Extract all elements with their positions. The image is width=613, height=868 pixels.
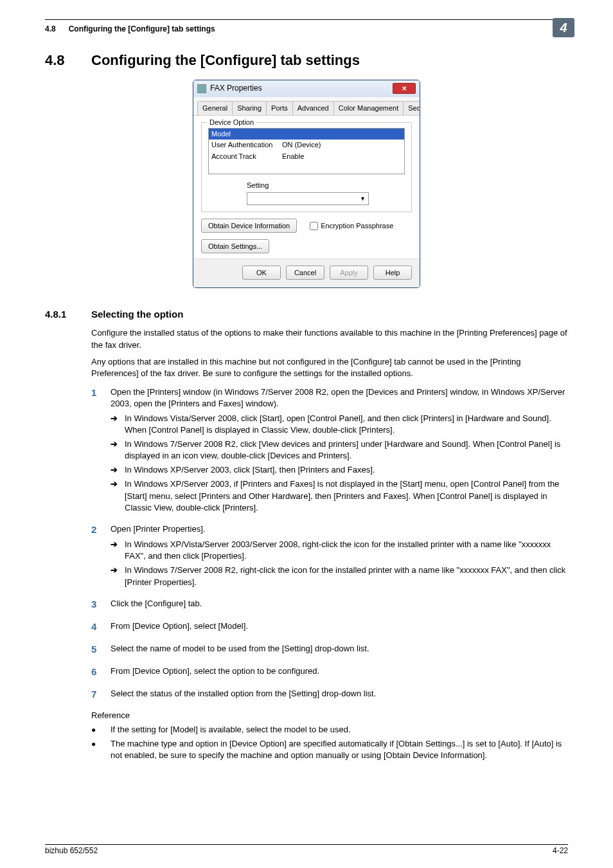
option-val: ON (Device) (282, 140, 321, 150)
option-key: User Authentication (211, 140, 282, 150)
section-heading-text: Configuring the [Configure] tab settings (91, 51, 360, 71)
arrow-icon: ➔ (111, 565, 125, 588)
subsection-num: 4.8.1 (45, 307, 91, 321)
step-number: 6 (91, 665, 111, 678)
tab-strip: General Sharing Ports Advanced Color Man… (193, 97, 420, 116)
running-head: 4.8 Configuring the [Configure] tab sett… (45, 24, 568, 35)
chapter-corner-tab: 4 (553, 18, 574, 37)
option-val: Enable (282, 152, 304, 161)
device-option-group: Device Option Model User Authentication … (201, 122, 412, 212)
footer-right: 4-22 (553, 845, 568, 856)
step-number: 1 (91, 386, 111, 399)
dialog-titlebar: FAX Properties ✕ (193, 80, 420, 97)
encryption-passphrase-checkbox[interactable]: Encryption Passphrase (310, 221, 393, 231)
footer-left: bizhub 652/552 (45, 845, 98, 856)
encryption-passphrase-label: Encryption Passphrase (321, 221, 393, 231)
section-heading-num: 4.8 (45, 51, 91, 71)
running-head-title: Configuring the [Configure] tab settings (69, 24, 568, 35)
sub-step-text: In Windows XP/Vista/Server 2003/Server 2… (125, 539, 568, 562)
sub-step-text: In Windows XP/Server 2003, if [Printers … (125, 478, 568, 514)
step-number: 7 (91, 687, 111, 701)
tab-color[interactable]: Color Management (333, 101, 404, 115)
option-key: Model (211, 129, 282, 139)
printer-icon (197, 84, 206, 93)
bullet-icon: ● (91, 724, 111, 736)
step-text: Select the status of the installed optio… (111, 687, 376, 700)
step-text: Open [Printer Properties]. (111, 523, 205, 535)
ok-button[interactable]: OK (242, 266, 281, 280)
arrow-icon: ➔ (111, 413, 125, 436)
paragraph: Configure the installed status of the op… (91, 327, 568, 350)
subsection-title: Selecting the option (91, 307, 183, 321)
list-item[interactable]: Model (209, 129, 404, 140)
close-button[interactable]: ✕ (393, 83, 416, 94)
chevron-down-icon: ▼ (360, 195, 366, 203)
footer-rule (45, 844, 568, 845)
close-icon: ✕ (402, 84, 407, 93)
header-rule (45, 19, 568, 20)
option-key: Account Track (211, 152, 282, 161)
cancel-button[interactable]: Cancel (286, 266, 324, 280)
help-button[interactable]: Help (373, 266, 412, 280)
reference-item: If the setting for [Model] is available,… (111, 724, 351, 736)
list-item[interactable]: Account Track Enable (209, 151, 404, 162)
reference-list: ●If the setting for [Model] is available… (91, 724, 568, 762)
running-head-num: 4.8 (45, 24, 56, 35)
tab-advanced[interactable]: Advanced (292, 101, 334, 115)
sub-step-text: In Windows 7/Server 2008 R2, click [View… (125, 439, 568, 462)
page-footer: bizhub 652/552 4-22 (45, 845, 568, 856)
reference-item: The machine type and option in [Device O… (111, 738, 568, 761)
setting-dropdown[interactable]: ▼ (247, 192, 369, 205)
list-item[interactable]: User Authentication ON (Device) (209, 140, 404, 150)
step-text: Select the name of model to be used from… (111, 642, 369, 655)
encryption-passphrase-input[interactable] (310, 222, 318, 230)
section-heading: 4.8 Configuring the [Configure] tab sett… (45, 51, 568, 71)
arrow-icon: ➔ (111, 478, 125, 514)
step-text: Click the [Configure] tab. (111, 597, 202, 610)
sub-step-text: In Windows XP/Server 2003, click [Start]… (125, 464, 375, 476)
bullet-icon: ● (91, 738, 111, 761)
steps-list: 1 Open the [Printers] window (in Windows… (91, 386, 568, 701)
subsection-heading: 4.8.1 Selecting the option (45, 307, 568, 321)
apply-button[interactable]: Apply (330, 266, 368, 280)
setting-label: Setting (247, 181, 405, 190)
step-text: From [Device Option], select the option … (111, 665, 319, 677)
chapter-number: 4 (560, 19, 567, 37)
arrow-icon: ➔ (111, 539, 125, 562)
step-text: Open the [Printers] window (in Windows 7… (111, 386, 568, 410)
reference-label: Reference (91, 710, 568, 721)
device-option-legend: Device Option (207, 118, 256, 127)
paragraph: Any options that are installed in this m… (91, 356, 568, 379)
step-number: 5 (91, 642, 111, 656)
step-number: 2 (91, 523, 111, 536)
step-text: From [Device Option], select [Model]. (111, 620, 248, 632)
dialog-actions: OK Cancel Apply Help (193, 258, 420, 287)
sub-step-text: In Windows Vista/Server 2008, click [Sta… (125, 413, 551, 436)
dialog-title: FAX Properties (210, 83, 389, 94)
obtain-settings-button[interactable]: Obtain Settings... (201, 239, 269, 253)
obtain-device-info-button[interactable]: Obtain Device Information (201, 219, 297, 233)
step-number: 4 (91, 620, 111, 633)
dialog-screenshot: FAX Properties ✕ General Sharing Ports A… (193, 80, 420, 289)
device-option-list[interactable]: Model User Authentication ON (Device) Ac… (208, 128, 405, 174)
arrow-icon: ➔ (111, 464, 125, 476)
step-number: 3 (91, 597, 111, 611)
tab-ports[interactable]: Ports (266, 101, 293, 115)
tab-general[interactable]: General (197, 101, 233, 115)
tab-security[interactable]: Security (403, 101, 420, 115)
sub-step-text: In Windows 7/Server 2008 R2, right-click… (125, 565, 568, 588)
tab-sharing[interactable]: Sharing (232, 101, 267, 115)
arrow-icon: ➔ (111, 439, 125, 462)
